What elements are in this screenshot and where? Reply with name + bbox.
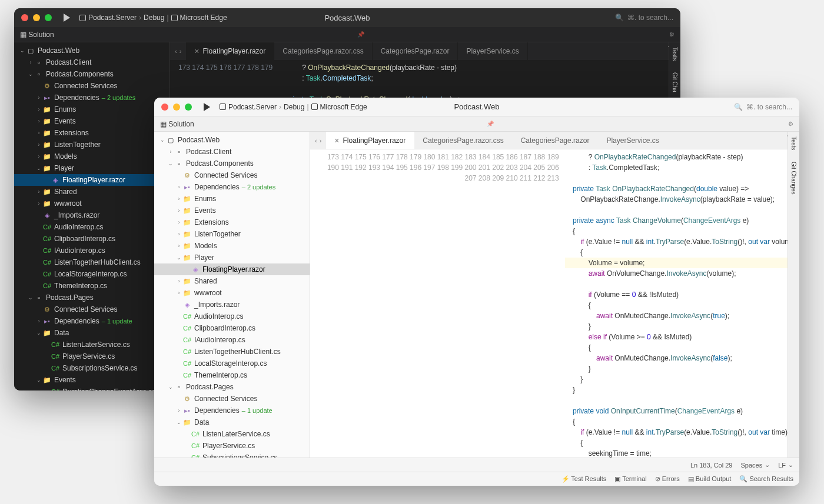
- twisty-icon[interactable]: ⌄: [159, 137, 166, 143]
- pin-icon[interactable]: 📌: [487, 121, 494, 127]
- tree-node[interactable]: C#SubscriptionsService.cs: [14, 362, 170, 374]
- tree-node[interactable]: ›📁Models: [14, 151, 170, 162]
- code-editor[interactable]: 173 174 175 176 177 178 179 180 181 182 …: [310, 149, 799, 458]
- tests-tab[interactable]: Tests: [790, 136, 797, 150]
- twisty-icon[interactable]: ⌄: [167, 384, 174, 390]
- close-icon[interactable]: [21, 14, 28, 21]
- twisty-icon[interactable]: ⌄: [35, 330, 42, 336]
- twisty-icon[interactable]: ›: [175, 196, 182, 202]
- gear-icon[interactable]: ⚙: [669, 31, 675, 38]
- build-output-tab[interactable]: ▤ Build Output: [688, 475, 732, 483]
- tree-node[interactable]: C#IAudioInterop.cs: [154, 334, 310, 346]
- tab-nav[interactable]: ‹›: [170, 42, 186, 60]
- tree-node[interactable]: ›📁Shared: [154, 275, 310, 287]
- twisty-icon[interactable]: ›: [35, 153, 42, 159]
- twisty-icon[interactable]: ›: [175, 278, 182, 284]
- indent-mode[interactable]: Spaces ⌄: [740, 461, 770, 469]
- tree-node[interactable]: ⚙Connected Services: [154, 393, 310, 405]
- tree-node[interactable]: ◈_Imports.razor: [154, 299, 310, 311]
- twisty-icon[interactable]: ›: [35, 118, 42, 124]
- twisty-icon[interactable]: ⌄: [19, 48, 26, 54]
- tree-node[interactable]: ›📁Extensions: [154, 216, 310, 228]
- tree-node[interactable]: ⌄📁Events: [14, 374, 170, 386]
- tree-node[interactable]: C#IAudioInterop.cs: [14, 245, 170, 256]
- line-ending[interactable]: LF ⌄: [778, 461, 793, 469]
- tree-node[interactable]: ›📁Models: [154, 240, 310, 252]
- cursor-position[interactable]: Ln 183, Col 29: [690, 462, 733, 469]
- editor-tab[interactable]: ×FloatingPlayer.razor: [326, 132, 414, 149]
- tree-node[interactable]: C#ListenTogetherHubClient.cs: [154, 346, 310, 358]
- tree-node[interactable]: ⌄▫Podcast.Components: [14, 68, 170, 80]
- tree-node[interactable]: ›📁wwwroot: [14, 198, 170, 209]
- twisty-icon[interactable]: ›: [175, 243, 182, 249]
- close-icon[interactable]: [161, 104, 168, 111]
- twisty-icon[interactable]: ›: [35, 142, 42, 148]
- tree-node[interactable]: ⚙Connected Services: [14, 80, 170, 92]
- run-button[interactable]: [204, 103, 210, 111]
- twisty-icon[interactable]: ›: [35, 189, 42, 195]
- tree-node[interactable]: ›▸▪Dependencies– 2 updates: [14, 92, 170, 104]
- git-changes-tab[interactable]: Git Cha: [672, 72, 678, 92]
- maximize-icon[interactable]: [45, 14, 52, 21]
- editor-tab[interactable]: PlayerService.cs: [458, 42, 527, 60]
- tree-node[interactable]: ⚙Connected Services: [14, 303, 170, 315]
- twisty-icon[interactable]: ›: [167, 149, 174, 155]
- solution-tree[interactable]: ⌄▢Podcast.Web›▫Podcast.Client⌄▫Podcast.C…: [14, 42, 170, 390]
- tree-node[interactable]: ›▸▪Dependencies– 1 update: [154, 405, 310, 416]
- editor-tab[interactable]: ×FloatingPlayer.razor: [186, 42, 274, 60]
- back-icon[interactable]: ‹: [315, 137, 317, 144]
- twisty-icon[interactable]: ›: [35, 318, 42, 324]
- close-tab-icon[interactable]: ×: [194, 46, 199, 56]
- twisty-icon[interactable]: ⌄: [175, 255, 182, 261]
- run-target-crumb[interactable]: Podcast.Server › Debug | Microsoft Edge: [220, 103, 367, 111]
- twisty-icon[interactable]: ⌄: [167, 161, 174, 166]
- tests-tab[interactable]: Tests: [672, 47, 678, 61]
- solution-tree[interactable]: ⌄▢Podcast.Web›▫Podcast.Client⌄▫Podcast.C…: [154, 132, 310, 458]
- editor-tab[interactable]: CategoriesPage.razor.css: [414, 132, 512, 149]
- tree-node[interactable]: ⌄📁Data: [14, 327, 170, 339]
- test-results-tab[interactable]: ⚡ Test Results: [561, 475, 607, 483]
- tree-node[interactable]: ⌄▢Podcast.Web: [14, 45, 170, 56]
- tree-node[interactable]: ›▫Podcast.Client: [14, 56, 170, 68]
- minimize-icon[interactable]: [173, 104, 180, 111]
- tree-node[interactable]: C#LocalStorageInterop.cs: [154, 358, 310, 369]
- tree-node[interactable]: ◈_Imports.razor: [14, 209, 170, 221]
- back-icon[interactable]: ‹: [175, 48, 177, 55]
- tree-node[interactable]: C#ClipboardInterop.cs: [154, 322, 310, 334]
- tree-node[interactable]: ›📁ListenTogether: [14, 139, 170, 151]
- maximize-icon[interactable]: [185, 104, 192, 111]
- tree-node[interactable]: ›📁Events: [154, 205, 310, 216]
- tree-node[interactable]: ⌄▫Podcast.Pages: [154, 381, 310, 393]
- pin-icon[interactable]: 📌: [357, 31, 364, 38]
- tree-node[interactable]: ›📁Enums: [14, 104, 170, 115]
- editor-tab[interactable]: CategoriesPage.razor: [373, 42, 458, 60]
- tree-node[interactable]: C#PlayerService.cs: [154, 440, 310, 452]
- twisty-icon[interactable]: ›: [175, 184, 182, 190]
- tree-node[interactable]: ◈FloatingPlayer.razor: [14, 174, 170, 186]
- tree-node[interactable]: C#DurationChangeEventArgs.cs: [14, 386, 170, 390]
- tab-nav[interactable]: ‹›: [310, 132, 326, 149]
- code-lines[interactable]: ? OnPlaybackRateChanged(playbackRate - s…: [565, 149, 799, 458]
- forward-icon[interactable]: ›: [320, 137, 322, 144]
- tree-node[interactable]: ⌄📁Player: [154, 252, 310, 263]
- tree-node[interactable]: ⌄▫Podcast.Components: [154, 158, 310, 169]
- twisty-icon[interactable]: ›: [35, 201, 42, 206]
- tree-node[interactable]: C#AudioInterop.cs: [154, 311, 310, 322]
- close-tab-icon[interactable]: ×: [334, 136, 339, 145]
- twisty-icon[interactable]: ›: [35, 95, 42, 101]
- run-button[interactable]: [64, 14, 70, 22]
- tree-node[interactable]: ⚙Connected Services: [154, 169, 310, 181]
- git-changes-tab[interactable]: Git Changes: [790, 162, 797, 195]
- tree-node[interactable]: ›📁Enums: [154, 193, 310, 205]
- tree-node[interactable]: C#ThemeInterop.cs: [154, 369, 310, 381]
- tree-node[interactable]: ⌄▢Podcast.Web: [154, 134, 310, 146]
- tree-node[interactable]: C#ListenLaterService.cs: [154, 428, 310, 440]
- twisty-icon[interactable]: ⌄: [27, 71, 34, 77]
- editor-tab[interactable]: CategoriesPage.razor.css: [274, 42, 372, 60]
- tree-node[interactable]: ›📁Extensions: [14, 127, 170, 139]
- terminal-tab[interactable]: ▣ Terminal: [614, 475, 646, 483]
- twisty-icon[interactable]: ›: [27, 59, 34, 65]
- tree-node[interactable]: C#ClipboardInterop.cs: [14, 233, 170, 245]
- search-box[interactable]: 🔍 ⌘. to search...: [615, 14, 673, 22]
- tree-node[interactable]: C#PlayerService.cs: [14, 351, 170, 362]
